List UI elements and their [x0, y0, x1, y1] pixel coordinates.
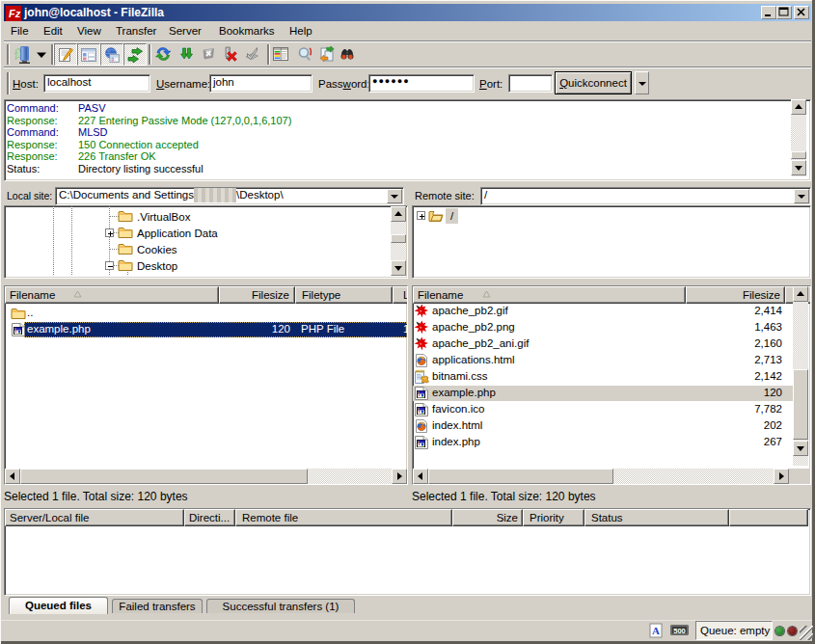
svg-text:Fz: Fz	[9, 8, 21, 19]
svg-text:500: 500	[673, 627, 686, 635]
